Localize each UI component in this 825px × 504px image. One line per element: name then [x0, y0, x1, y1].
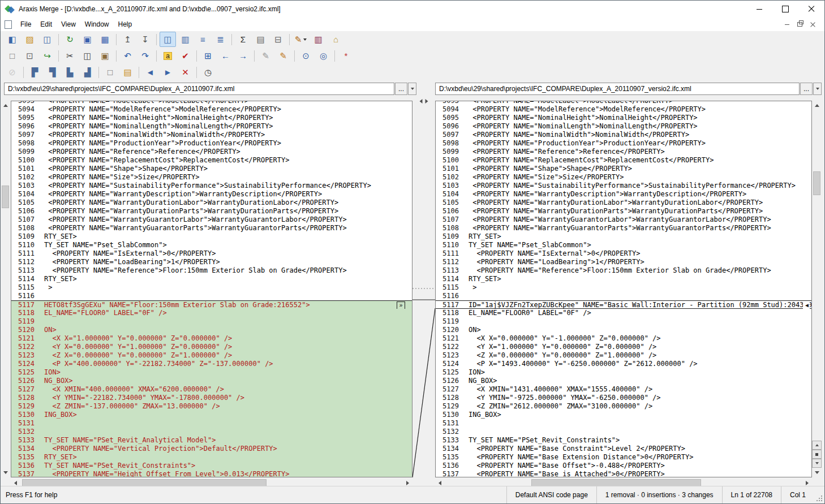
previous-change-button[interactable]	[812, 441, 822, 450]
code-line[interactable]: 5119	[436, 317, 811, 326]
code-line[interactable]: 5098 <PROPERTY NAME="ProductionYear">Pro…	[11, 139, 412, 148]
three-way-layout-button[interactable]: ▥	[177, 32, 194, 47]
code-line[interactable]: 5135RTY_SET>	[11, 453, 412, 462]
code-line[interactable]: 5096 <PROPERTY NAME="NominalLength">Nomi…	[436, 122, 811, 131]
print-button[interactable]: ⊟	[270, 32, 286, 47]
undo-button[interactable]: ↶	[119, 48, 136, 63]
code-line[interactable]: 5125ION>	[11, 368, 412, 377]
resize-grip[interactable]	[814, 486, 824, 503]
mdi-minimize-button[interactable]	[781, 19, 793, 29]
summary-report-button[interactable]: ▤	[252, 32, 269, 47]
code-line[interactable]: 5099 <PROPERTY NAME="Reference">Referenc…	[436, 148, 811, 156]
code-line[interactable]: 5106 <PROPERTY NAME="WarrantyDurationPar…	[436, 207, 811, 216]
left-path-dropdown-button[interactable]	[408, 83, 416, 95]
code-line[interactable]: 5114RTY_SET>	[11, 275, 412, 283]
code-line[interactable]: 5095 <PROPERTY NAME="NominalHeight">Nomi…	[436, 114, 811, 122]
code-line[interactable]: 5128 <Y YMIN="-9725.000000" YMAX="-6250.…	[436, 394, 811, 402]
right-scrollbar-thumb[interactable]	[813, 171, 820, 195]
first-difference-button[interactable]: ▛	[27, 64, 43, 80]
code-line[interactable]: 5098 <PROPERTY NAME="ProductionYear">Pro…	[436, 139, 811, 148]
menu-view[interactable]: View	[57, 18, 80, 31]
file-comparison-button[interactable]: ◧	[4, 32, 20, 47]
code-line[interactable]: 5131	[436, 419, 811, 428]
code-line[interactable]: 5137 <PROPERTY NAME="Height Offset From …	[11, 470, 412, 477]
code-line[interactable]: 5108 <PROPERTY NAME="WarrantyGuarantorPa…	[436, 224, 811, 232]
code-line[interactable]: 5104 <PROPERTY NAME="WarrantyDescription…	[436, 190, 811, 199]
code-line[interactable]: 5117ID="1aj$VJZFn2TxepZUBcKpee" NAME="Ba…	[436, 300, 811, 309]
menu-edit[interactable]: Edit	[36, 18, 57, 31]
left-browse-button[interactable]: ...	[395, 83, 407, 95]
wrapped-text-layout-button[interactable]: ≣	[212, 32, 229, 47]
left-file-panel[interactable]: 5093 <PROPERTY NAME="ModelLabel">ModelLa…	[11, 101, 412, 477]
code-line[interactable]: 5108 <PROPERTY NAME="WarrantyGuarantorPa…	[11, 224, 412, 232]
synchronize-folders-button[interactable]: ▤	[119, 64, 136, 80]
last-difference-button[interactable]: ▟	[79, 64, 96, 80]
view-document-button[interactable]: □	[102, 64, 118, 80]
copy-all-left-button[interactable]: ◄	[142, 64, 158, 80]
text-layout-button[interactable]: ≡	[195, 32, 211, 47]
code-line[interactable]: 5132	[436, 428, 811, 436]
code-line[interactable]: 5113 <PROPERTY NAME="Reference">Floor:15…	[436, 266, 811, 275]
new-document-button[interactable]: □	[4, 48, 20, 63]
file-history-button[interactable]: ◷	[200, 64, 216, 80]
code-line[interactable]: 5136 <PROPERTY NAME="Base Offset">-0.488…	[436, 462, 811, 470]
code-line[interactable]: 5102 <PROPERTY NAME="Size">Size</PROPERT…	[436, 173, 811, 182]
code-line[interactable]: 5109RTY_SET>	[11, 232, 412, 241]
code-line[interactable]: 5101 <PROPERTY NAME="Shape">Shape</PROPE…	[436, 165, 811, 173]
statistics-button[interactable]: Σ	[235, 32, 251, 47]
copy-change-right-button[interactable]: →	[235, 48, 251, 63]
code-line[interactable]: 5117HETO8tf3SgGEXu" NAME="Floor:150mm Ex…	[11, 300, 412, 309]
code-line[interactable]: 5119	[11, 317, 412, 326]
code-line[interactable]: 5107 <PROPERTY NAME="WarrantyGuarantorLa…	[11, 216, 412, 224]
code-line[interactable]: 5120ON>	[436, 326, 811, 334]
code-line[interactable]: 5128 <Y YMIN="-22182.734000" YMAX="-1780…	[11, 394, 412, 402]
code-line[interactable]: 5136TY_SET NAME="PSet_Revit_Constraints"…	[11, 462, 412, 470]
code-line[interactable]: 5101 <PROPERTY NAME="Shape">Shape</PROPE…	[11, 165, 412, 173]
code-line[interactable]: 5134 <PROPERTY NAME="Vertical Projection…	[11, 445, 412, 453]
menu-help[interactable]: Help	[114, 18, 137, 31]
code-line[interactable]: 5126NG_BOX>	[11, 377, 412, 385]
code-line[interactable]: 5100 <PROPERTY NAME="ReplacementCost">Re…	[436, 156, 811, 165]
code-line[interactable]: 5109RTY_SET>	[436, 232, 811, 241]
minimize-button[interactable]	[746, 1, 772, 18]
code-line[interactable]: 5130ING_BOX>	[436, 411, 811, 419]
code-line[interactable]: 5115 >	[11, 283, 412, 292]
code-line[interactable]: 5102 <PROPERTY NAME="Size">Size</PROPERT…	[11, 173, 412, 182]
code-line[interactable]: 5112 <PROPERTY NAME="LoadBearing">1</PRO…	[11, 258, 412, 266]
code-line[interactable]: 5118EL_NAME="FLOOR0" LABEL="0F" />	[436, 309, 811, 317]
code-line[interactable]: 5114RTY_SET>	[436, 275, 811, 283]
remove-difference-button[interactable]: ✕	[177, 64, 194, 80]
code-line[interactable]: 5129 <Z ZMIN="-137.000000" ZMAX="13.0000…	[11, 402, 412, 411]
code-line[interactable]: 5094 <PROPERTY NAME="ModelReference">Mod…	[436, 105, 811, 114]
code-line[interactable]: 5133TY_SET NAME="PSet_Revit_Analytical M…	[11, 436, 412, 445]
code-line[interactable]: 5105 <PROPERTY NAME="WarrantyDurationLab…	[436, 199, 811, 207]
scroll-up-button[interactable]	[1, 101, 10, 110]
code-line[interactable]: 5112 <PROPERTY NAME="LoadBearing">1</PRO…	[436, 258, 811, 266]
code-line[interactable]: 5131	[11, 419, 412, 428]
code-line[interactable]: 5097 <PROPERTY NAME="NominalWidth">Nomin…	[11, 131, 412, 139]
scroll-down-button[interactable]	[1, 468, 10, 477]
paste-button[interactable]: ▣	[97, 48, 113, 63]
code-line[interactable]: 5121 <X X="0.000000" Y="-1.000000" Z="0.…	[436, 334, 811, 343]
code-line[interactable]: 5094 <PROPERTY NAME="ModelReference">Mod…	[11, 105, 412, 114]
code-line[interactable]: 5122 <Y X="0.000000" Y="1.000000" Z="0.0…	[11, 343, 412, 351]
menu-file[interactable]: File	[16, 18, 36, 31]
code-line[interactable]: 5129 <Z ZMIN="2612.000000" ZMAX="3100.00…	[436, 402, 811, 411]
new-comparison-button[interactable]: ◫	[39, 32, 55, 47]
next-change-button[interactable]	[812, 459, 822, 468]
code-line[interactable]: 5123 <Z X="0.000000" Y="0.000000" Z="1.0…	[11, 351, 412, 360]
code-line[interactable]: 5116	[436, 292, 811, 300]
redo-button[interactable]: ↷	[137, 48, 153, 63]
code-line[interactable]: 5093 <PROPERTY NAME="ModelLabel">ModelLa…	[11, 101, 412, 105]
code-line[interactable]: 5124 <P X="400.000000" Y="-22182.734000"…	[11, 360, 412, 368]
document-icon[interactable]	[5, 20, 12, 29]
save-all-button[interactable]: ▦	[97, 32, 113, 47]
left-file-path-field[interactable]: D:\vxbd\eu\29\shared\projects\IFC_COMPAR…	[4, 83, 394, 95]
next-difference-button[interactable]: ▙	[62, 64, 78, 80]
code-line[interactable]: 5132	[11, 428, 412, 436]
save-button[interactable]: ▣	[79, 32, 96, 47]
change-marker-icon[interactable]: »	[397, 301, 405, 309]
code-line[interactable]: 5135 <PROPERTY NAME="Base Extension Dist…	[436, 453, 811, 462]
code-line[interactable]: 5100 <PROPERTY NAME="ReplacementCost">Re…	[11, 156, 412, 165]
close-button[interactable]	[798, 1, 824, 18]
